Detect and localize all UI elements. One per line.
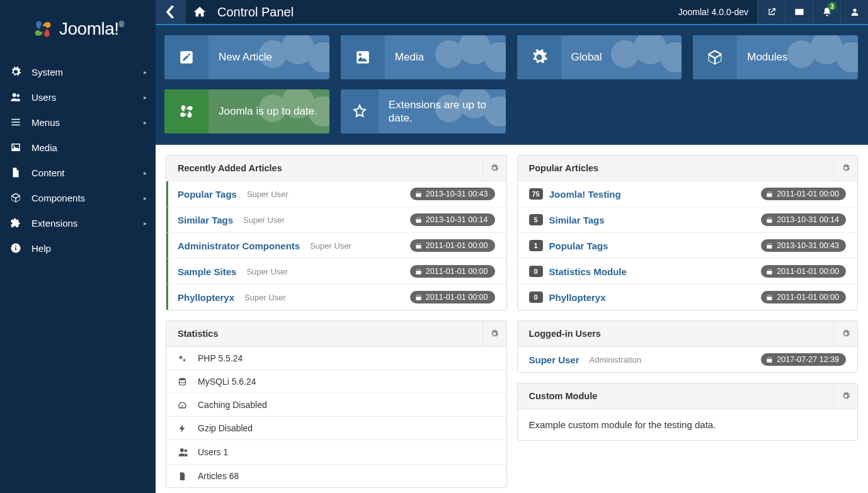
sidebar-item-components[interactable]: Components▸ [0,185,156,210]
puzzle-icon [9,217,23,229]
external-link-button[interactable] [757,0,785,24]
article-row: Administrator ComponentsSuper User2011-0… [166,232,506,258]
quick-card-new-article[interactable]: New Article [164,35,329,79]
tach-icon [178,400,189,410]
panel-statistics: Statistics PHP 5.5.24MySQLi 5.6.24Cachin… [166,320,507,488]
svg-rect-38 [417,242,418,244]
quick-card-modules[interactable]: Modules [693,35,858,79]
sidebar-item-extensions[interactable]: Extensions▸ [0,210,156,235]
article-link[interactable]: Popular Tags [178,189,237,200]
cube-icon [9,192,23,203]
quick-card-extensions-are-up-to-date-[interactable]: Extensions are up to date. [341,89,506,133]
sidebar-item-menus[interactable]: Menus▸ [0,110,156,135]
chevron-right-icon: ▸ [144,94,147,101]
quick-card-label: Media [385,50,434,64]
chevron-right-icon: ▸ [144,195,147,201]
svg-rect-76 [770,356,771,358]
article-author: Super User [310,241,351,251]
article-row: 1Popular Tags2013-10-31 00:43 [518,232,858,258]
svg-rect-72 [770,294,771,295]
custom-module-body: Example custom module for the testing da… [518,409,858,440]
svg-rect-55 [768,191,769,192]
svg-rect-34 [417,217,418,218]
article-link[interactable]: Administrator Components [178,241,300,251]
article-row: Popular TagsSuper User2013-10-31 00:43 [166,181,506,207]
notifications-button[interactable]: 3 [813,0,840,24]
svg-rect-62 [767,244,772,245]
article-row: 0Statistics Module2011-01-01 00:00 [518,258,858,284]
svg-point-21 [837,42,858,72]
brand-logo[interactable]: Joomla!® [0,0,156,59]
article-row: PhyllopteryxSuper User2011-01-01 00:00 [166,284,506,310]
panel-settings-icon[interactable] [833,383,857,409]
panel-settings-icon[interactable] [483,321,506,346]
svg-rect-68 [770,268,771,269]
date-badge: 2013-10-31 00:43 [410,188,495,200]
quick-card-media[interactable]: Media [341,35,506,79]
svg-rect-42 [417,268,418,269]
panel-title: Statistics [166,321,229,346]
messages-button[interactable] [785,0,813,24]
stat-row: Articles 68 [166,464,506,487]
article-link[interactable]: Phyllopteryx [178,292,234,303]
svg-point-2 [13,145,14,147]
svg-rect-56 [770,191,771,192]
article-link[interactable]: Popular Tags [549,241,608,251]
panel-settings-icon[interactable] [483,156,506,181]
joomla-icon [164,89,208,133]
panel-settings-icon[interactable] [833,156,857,181]
version-label[interactable]: Joomla! 4.0.0-dev [670,0,757,24]
users-icon [9,91,23,103]
stat-row: Users 1 [166,439,506,464]
article-link[interactable]: Statistics Module [549,266,627,277]
sidebar-item-users[interactable]: Users▸ [0,84,156,110]
file-icon [9,167,23,178]
sidebar-item-label: System [31,67,63,77]
article-link[interactable]: Joomla! Testing [549,189,621,200]
stat-row: MySQLi 5.6.24 [166,370,506,393]
sidebar-item-media[interactable]: Media [0,135,156,160]
sidebar-item-label: Menus [31,117,60,128]
panel-title: Popular Articles [518,156,610,181]
cogs-icon [178,354,189,363]
sidebar-item-help[interactable]: Help [0,235,156,261]
article-link[interactable]: Similar Tags [178,215,233,225]
quick-card-global[interactable]: Global [517,35,682,79]
user-link[interactable]: Super User [529,354,580,365]
svg-rect-4 [15,247,16,251]
stat-label: Caching Disabled [198,400,267,410]
image-icon [9,142,23,153]
svg-rect-54 [767,192,772,193]
svg-rect-59 [768,217,769,218]
article-link[interactable]: Sample Sites [178,266,236,277]
user-button[interactable] [840,0,868,24]
bolt-icon [178,424,189,433]
panel-title: Recently Added Articles [166,156,294,181]
quick-card-label: Extensions are up to date. [379,98,506,125]
stat-label: PHP 5.5.24 [198,353,243,363]
article-link[interactable]: Similar Tags [549,215,605,225]
sidebar-item-content[interactable]: Content▸ [0,160,156,185]
svg-rect-41 [416,269,421,271]
svg-point-17 [634,35,666,64]
chevron-right-icon: ▸ [144,69,147,76]
svg-point-13 [435,40,463,68]
quick-card-joomla-is-up-to-date-[interactable]: Joomla is up to date. [164,89,329,133]
article-link[interactable]: Phyllopteryx [549,292,606,303]
user-area: Administration [590,355,641,365]
hit-count-badge: 0 [529,292,543,303]
sidebar-item-system[interactable]: System▸ [0,59,156,84]
back-button[interactable] [156,0,186,24]
sidebar-item-label: Extensions [31,218,77,229]
file-icon [178,472,189,481]
panel-settings-icon[interactable] [833,321,857,346]
svg-point-6 [853,9,856,12]
stat-label: Gzip Disabled [198,423,253,433]
user-row: Super UserAdministration2017-07-27 12:39 [518,347,858,372]
svg-rect-29 [416,192,421,193]
svg-point-10 [308,42,329,72]
article-row: Sample SitesSuper User2011-01-01 00:00 [166,258,506,284]
star-icon [341,89,379,133]
quick-card-label: New Article [208,50,282,64]
home-icon[interactable] [186,0,214,24]
